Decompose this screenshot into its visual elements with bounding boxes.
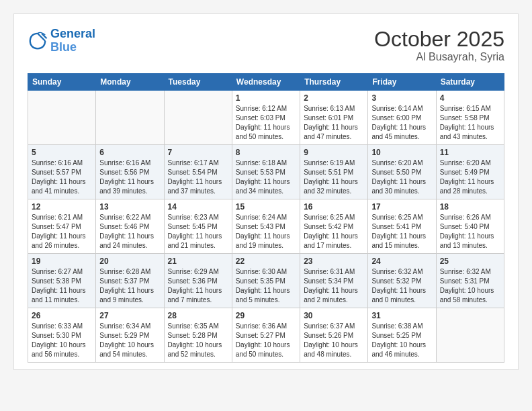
calendar-cell: 21Sunrise: 6:29 AMSunset: 5:36 PMDayligh…: [164, 254, 232, 308]
day-number: 26: [32, 311, 92, 320]
calendar-cell: 12Sunrise: 6:21 AMSunset: 5:47 PMDayligh…: [28, 199, 96, 254]
calendar-cell: 9Sunrise: 6:19 AMSunset: 5:51 PMDaylight…: [300, 145, 368, 199]
calendar-cell: 3Sunrise: 6:14 AMSunset: 6:00 PMDaylight…: [368, 91, 436, 145]
cell-content: Sunrise: 6:22 AMSunset: 5:46 PMDaylight:…: [99, 213, 160, 250]
col-wednesday: Wednesday: [232, 74, 300, 91]
calendar-cell: 31Sunrise: 6:38 AMSunset: 5:25 PMDayligh…: [368, 308, 436, 363]
calendar-cell: 25Sunrise: 6:32 AMSunset: 5:31 PMDayligh…: [436, 254, 504, 308]
calendar-cell: 30Sunrise: 6:37 AMSunset: 5:26 PMDayligh…: [300, 308, 368, 363]
calendar-cell: 10Sunrise: 6:20 AMSunset: 5:50 PMDayligh…: [368, 145, 436, 199]
day-number: 31: [371, 311, 432, 320]
day-number: 13: [99, 202, 160, 212]
day-number: 9: [304, 148, 364, 157]
calendar-cell: [28, 91, 96, 145]
calendar-cell: 2Sunrise: 6:13 AMSunset: 6:01 PMDaylight…: [300, 91, 368, 145]
cell-content: Sunrise: 6:16 AMSunset: 5:57 PMDaylight:…: [32, 158, 92, 196]
calendar-header-row: Sunday Monday Tuesday Wednesday Thursday…: [28, 74, 504, 91]
day-number: 4: [440, 93, 500, 103]
day-number: 18: [440, 202, 500, 212]
calendar-cell: 28Sunrise: 6:35 AMSunset: 5:28 PMDayligh…: [164, 308, 232, 363]
day-number: 15: [236, 202, 296, 212]
cell-content: Sunrise: 6:16 AMSunset: 5:56 PMDaylight:…: [99, 158, 160, 196]
cell-content: Sunrise: 6:35 AMSunset: 5:28 PMDaylight:…: [168, 322, 228, 359]
cell-content: Sunrise: 6:17 AMSunset: 5:54 PMDaylight:…: [168, 158, 228, 196]
calendar-cell: 1Sunrise: 6:12 AMSunset: 6:03 PMDaylight…: [232, 91, 300, 145]
cell-content: Sunrise: 6:20 AMSunset: 5:49 PMDaylight:…: [440, 158, 500, 196]
cell-content: Sunrise: 6:27 AMSunset: 5:38 PMDaylight:…: [32, 267, 92, 305]
day-number: 19: [32, 257, 92, 266]
cell-content: Sunrise: 6:14 AMSunset: 6:00 PMDaylight:…: [371, 104, 432, 142]
calendar-cell: 5Sunrise: 6:16 AMSunset: 5:57 PMDaylight…: [28, 145, 96, 199]
title-block: October 2025 Al Busayrah, Syria: [374, 28, 504, 63]
cell-content: Sunrise: 6:20 AMSunset: 5:50 PMDaylight:…: [371, 158, 432, 196]
cell-content: Sunrise: 6:36 AMSunset: 5:27 PMDaylight:…: [236, 322, 296, 359]
day-number: 23: [304, 257, 364, 266]
day-number: 17: [371, 202, 432, 212]
cell-content: Sunrise: 6:33 AMSunset: 5:30 PMDaylight:…: [32, 322, 92, 359]
cell-content: Sunrise: 6:25 AMSunset: 5:42 PMDaylight:…: [304, 213, 364, 250]
col-thursday: Thursday: [300, 74, 368, 91]
calendar-cell: 16Sunrise: 6:25 AMSunset: 5:42 PMDayligh…: [300, 199, 368, 254]
day-number: 24: [371, 257, 432, 266]
calendar-cell: 6Sunrise: 6:16 AMSunset: 5:56 PMDaylight…: [96, 145, 164, 199]
day-number: 14: [168, 202, 228, 212]
calendar-cell: [164, 91, 232, 145]
day-number: 22: [236, 257, 296, 266]
calendar-cell: 26Sunrise: 6:33 AMSunset: 5:30 PMDayligh…: [28, 308, 96, 363]
day-number: 2: [304, 93, 364, 103]
cell-content: Sunrise: 6:31 AMSunset: 5:34 PMDaylight:…: [304, 267, 364, 305]
calendar-cell: 15Sunrise: 6:24 AMSunset: 5:43 PMDayligh…: [232, 199, 300, 254]
page-header: GeneralBlue October 2025 Al Busayrah, Sy…: [28, 28, 504, 63]
cell-content: Sunrise: 6:37 AMSunset: 5:26 PMDaylight:…: [304, 322, 364, 359]
calendar-cell: 17Sunrise: 6:25 AMSunset: 5:41 PMDayligh…: [368, 199, 436, 254]
calendar-cell: 14Sunrise: 6:23 AMSunset: 5:45 PMDayligh…: [164, 199, 232, 254]
cell-content: Sunrise: 6:23 AMSunset: 5:45 PMDaylight:…: [168, 213, 228, 250]
calendar-cell: 13Sunrise: 6:22 AMSunset: 5:46 PMDayligh…: [96, 199, 164, 254]
day-number: 20: [99, 257, 160, 266]
cell-content: Sunrise: 6:13 AMSunset: 6:01 PMDaylight:…: [304, 104, 364, 142]
day-number: 3: [371, 93, 432, 103]
cell-content: Sunrise: 6:38 AMSunset: 5:25 PMDaylight:…: [371, 322, 432, 359]
calendar-cell: 19Sunrise: 6:27 AMSunset: 5:38 PMDayligh…: [28, 254, 96, 308]
calendar-cell: 29Sunrise: 6:36 AMSunset: 5:27 PMDayligh…: [232, 308, 300, 363]
col-monday: Monday: [96, 74, 164, 91]
day-number: 25: [440, 257, 500, 266]
calendar-cell: [436, 308, 504, 363]
cell-content: Sunrise: 6:25 AMSunset: 5:41 PMDaylight:…: [371, 213, 432, 250]
calendar-cell: 20Sunrise: 6:28 AMSunset: 5:37 PMDayligh…: [96, 254, 164, 308]
logo-text: GeneralBlue: [50, 28, 95, 54]
calendar-cell: 23Sunrise: 6:31 AMSunset: 5:34 PMDayligh…: [300, 254, 368, 308]
day-number: 29: [236, 311, 296, 320]
calendar-cell: 11Sunrise: 6:20 AMSunset: 5:49 PMDayligh…: [436, 145, 504, 199]
col-saturday: Saturday: [436, 74, 504, 91]
cell-content: Sunrise: 6:21 AMSunset: 5:47 PMDaylight:…: [32, 213, 92, 250]
cell-content: Sunrise: 6:26 AMSunset: 5:40 PMDaylight:…: [440, 213, 500, 250]
cell-content: Sunrise: 6:15 AMSunset: 5:58 PMDaylight:…: [440, 104, 500, 142]
day-number: 6: [99, 148, 160, 157]
cell-content: Sunrise: 6:18 AMSunset: 5:53 PMDaylight:…: [236, 158, 296, 196]
day-number: 5: [32, 148, 92, 157]
calendar-cell: 22Sunrise: 6:30 AMSunset: 5:35 PMDayligh…: [232, 254, 300, 308]
month-title: October 2025: [374, 28, 504, 51]
calendar-week-5: 26Sunrise: 6:33 AMSunset: 5:30 PMDayligh…: [28, 308, 504, 363]
calendar-cell: 27Sunrise: 6:34 AMSunset: 5:29 PMDayligh…: [96, 308, 164, 363]
cell-content: Sunrise: 6:19 AMSunset: 5:51 PMDaylight:…: [304, 158, 364, 196]
logo-icon: [28, 31, 48, 51]
calendar-cell: 8Sunrise: 6:18 AMSunset: 5:53 PMDaylight…: [232, 145, 300, 199]
calendar-container: GeneralBlue October 2025 Al Busayrah, Sy…: [13, 13, 519, 370]
cell-content: Sunrise: 6:29 AMSunset: 5:36 PMDaylight:…: [168, 267, 228, 305]
day-number: 21: [168, 257, 228, 266]
cell-content: Sunrise: 6:24 AMSunset: 5:43 PMDaylight:…: [236, 213, 296, 250]
cell-content: Sunrise: 6:34 AMSunset: 5:29 PMDaylight:…: [99, 322, 160, 359]
col-friday: Friday: [368, 74, 436, 91]
calendar-week-2: 5Sunrise: 6:16 AMSunset: 5:57 PMDaylight…: [28, 145, 504, 199]
calendar-week-3: 12Sunrise: 6:21 AMSunset: 5:47 PMDayligh…: [28, 199, 504, 254]
calendar-week-1: 1Sunrise: 6:12 AMSunset: 6:03 PMDaylight…: [28, 91, 504, 145]
day-number: 30: [304, 311, 364, 320]
day-number: 8: [236, 148, 296, 157]
day-number: 28: [168, 311, 228, 320]
col-sunday: Sunday: [28, 74, 96, 91]
calendar-cell: 18Sunrise: 6:26 AMSunset: 5:40 PMDayligh…: [436, 199, 504, 254]
calendar-table: Sunday Monday Tuesday Wednesday Thursday…: [28, 73, 504, 363]
calendar-cell: [96, 91, 164, 145]
